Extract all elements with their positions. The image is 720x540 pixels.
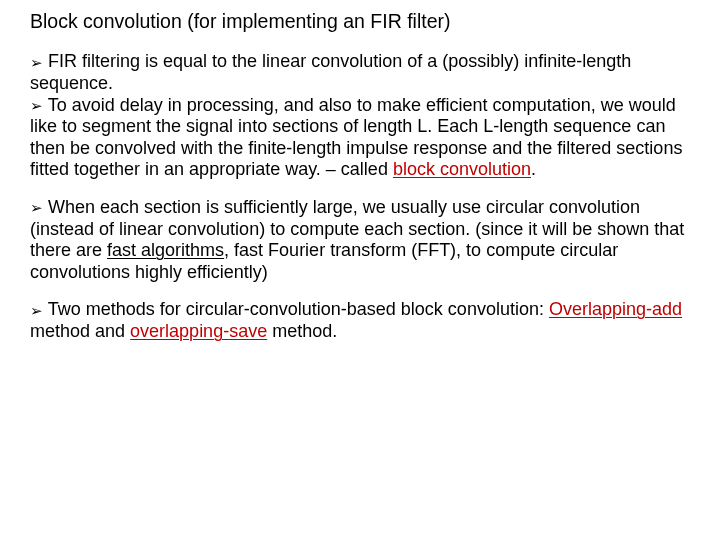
- bullet-4-text-c: method and: [30, 321, 130, 341]
- bullet-4-text-e: method.: [267, 321, 337, 341]
- keyword-overlapping-save: overlapping-save: [130, 321, 267, 341]
- bullet-2-text-a: To avoid delay in processing, and also t…: [30, 95, 682, 180]
- bullet-4-text-a: Two methods for circular-convolution-bas…: [48, 299, 549, 319]
- arrow-icon: ➢: [30, 199, 43, 217]
- slide-content: Block convolution (for implementing an F…: [0, 0, 720, 369]
- bullet-1-text: FIR filtering is equal to the linear con…: [30, 51, 631, 93]
- keyword-block-convolution: block convolution: [393, 159, 531, 179]
- paragraph-1: ➢ FIR filtering is equal to the linear c…: [30, 51, 694, 181]
- arrow-icon: ➢: [30, 97, 43, 115]
- underline-fast-algorithms: fast algorithms: [107, 240, 224, 260]
- paragraph-3: ➢ Two methods for circular-convolution-b…: [30, 299, 694, 342]
- arrow-icon: ➢: [30, 54, 43, 72]
- paragraph-2: ➢ When each section is sufficiently larg…: [30, 197, 694, 283]
- arrow-icon: ➢: [30, 302, 43, 320]
- keyword-overlapping-add: Overlapping-add: [549, 299, 682, 319]
- slide-title: Block convolution (for implementing an F…: [30, 10, 694, 33]
- bullet-2-text-c: .: [531, 159, 536, 179]
